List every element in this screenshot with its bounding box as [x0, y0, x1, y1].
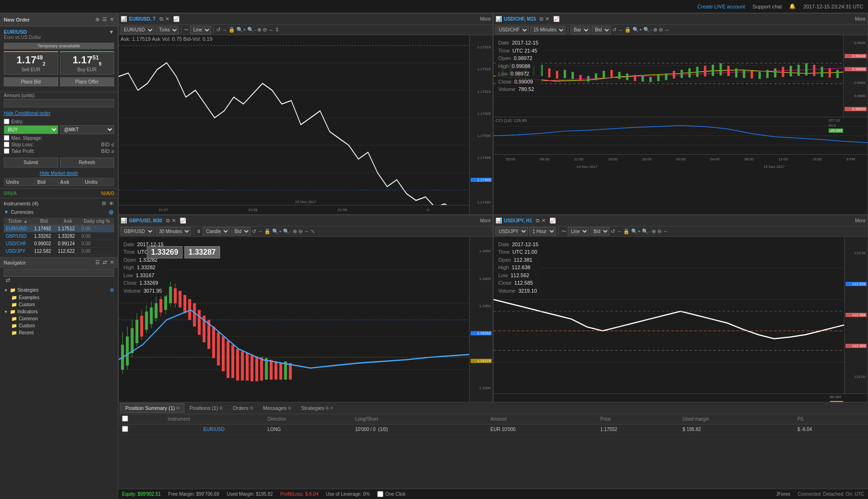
eur-refresh-icon[interactable]: ↺ [216, 27, 221, 33]
new-order-icon-list[interactable]: ☰ [102, 16, 107, 23]
gbp-chart-more-button[interactable]: More [480, 218, 491, 223]
place-offer-button[interactable]: Place Offer [60, 77, 114, 86]
usd-chf-close-icon[interactable]: ✕ [545, 16, 549, 22]
usd-jpy-more-button[interactable]: More [855, 218, 866, 223]
entry-checkbox[interactable] [4, 119, 9, 124]
usd-chf-zoom3[interactable]: ⊕ [653, 27, 657, 33]
eur-chart-more-button[interactable]: More [480, 16, 491, 22]
tab-positions[interactable]: Positions (1) ⧉ [184, 403, 228, 413]
strategies-close-icon[interactable]: ✕ [330, 406, 334, 410]
recent-indicator-item[interactable]: 📁 Recent [8, 329, 118, 336]
orders-ext-icon[interactable]: ⧉ [250, 406, 253, 411]
amount-input[interactable] [4, 99, 114, 107]
gbp-chart-detach-icon[interactable]: ⧉ [166, 218, 170, 224]
gbp-zoom3[interactable]: ⊕ [293, 228, 297, 234]
eur-chart-close-icon[interactable]: ✕ [165, 16, 169, 22]
usd-jpy-close-icon[interactable]: ✕ [541, 218, 546, 224]
gbp-symbol-select[interactable]: GBP/USD [121, 227, 154, 235]
instruments-filter-icon[interactable]: ⊞ [102, 200, 106, 206]
usd-chf-timeframe-select[interactable]: 15 Minutes [530, 26, 565, 34]
gbp-lock-icon[interactable]: 🔒 [264, 228, 271, 234]
notification-icon[interactable]: 🔔 [789, 3, 796, 9]
eur-zoom-icon2[interactable]: ⊕ [257, 27, 261, 33]
eur-zoom-out-icon[interactable]: 🔍- [247, 27, 256, 33]
tab-strategies[interactable]: Strategies ⧉ ✕ [296, 403, 339, 413]
usd-jpy-zoom-in[interactable]: 🔍+ [631, 228, 640, 234]
gbp-zoom4[interactable]: ⊖ [298, 228, 303, 234]
eurusd-dropdown-icon[interactable]: ▼ [109, 29, 114, 35]
eur-symbol-select[interactable]: EUR/USD [121, 26, 154, 34]
gbp-refresh-icon[interactable]: ↺ [252, 228, 256, 234]
usd-chf-charttype-select[interactable]: Bar [571, 26, 590, 34]
eur-chart-detach-icon[interactable]: ⧉ [160, 16, 163, 22]
list-item[interactable]: USD/CHF 0.99002 0.99124 0.00 [4, 240, 114, 248]
list-item[interactable]: EUR/USD 1.17492 1.17512 0.00 [4, 225, 114, 233]
refresh-button[interactable]: Refresh [60, 158, 114, 167]
usd-jpy-lock-icon[interactable]: 🔒 [623, 228, 630, 234]
usd-chf-more-button[interactable]: More [855, 16, 866, 22]
create-account-btn[interactable]: Create LIVE account [697, 4, 745, 9]
gbp-zoom-in[interactable]: 🔍+ [272, 228, 282, 234]
messages-ext-icon[interactable]: ⧉ [288, 406, 291, 411]
navigator-arrows-icon[interactable]: ⇄ [103, 259, 107, 265]
buy-price-box[interactable]: 1.17519 Buy EUR [60, 51, 114, 75]
instruments-eye-icon[interactable]: 👁 [109, 201, 114, 206]
one-click-checkbox[interactable] [377, 491, 383, 497]
usd-jpy-timeframe-select[interactable]: 1 Hour [529, 227, 556, 235]
common-indicator-item[interactable]: 📁 Common [8, 315, 118, 322]
usd-chf-symbol-select[interactable]: USD/CHF [495, 26, 529, 34]
tab-orders[interactable]: Orders ⧉ [228, 403, 258, 413]
hide-conditional-link[interactable]: Hide Conditional order [4, 111, 51, 116]
pos-row-checkbox[interactable] [118, 424, 164, 435]
add-currency-icon[interactable]: ⊕ [108, 208, 114, 216]
new-order-icon-close[interactable]: ✕ [110, 16, 114, 23]
usd-jpy-scroll-icon[interactable]: → [617, 228, 622, 234]
eur-chart-indicator-btn[interactable]: 📈 [173, 16, 180, 22]
usd-chf-zoom-out[interactable]: 🔍- [643, 27, 652, 33]
gbp-chart-indicator-btn[interactable]: 📈 [180, 218, 186, 224]
gbp-scroll-icon[interactable]: → [258, 228, 263, 234]
navigator-menu-icon[interactable]: ☰ [95, 259, 100, 265]
positions-ext-icon[interactable]: ⧉ [220, 406, 222, 411]
gbp-price-select[interactable]: Bid [231, 227, 251, 235]
gbp-fit[interactable]: ↔ [304, 228, 309, 234]
gbp-chart-close-icon[interactable]: ✕ [172, 218, 176, 224]
custom-strategy-item[interactable]: 📁 Custom [8, 301, 118, 308]
eur-fitscreen-icon[interactable]: ↔ [268, 27, 274, 33]
strategies-ext-icon[interactable]: ⧉ [326, 406, 328, 411]
eur-zoom-icon3[interactable]: ⊖ [263, 27, 267, 33]
gbp-zoom-out[interactable]: 🔍- [283, 228, 291, 234]
gbp-pause-icon[interactable]: ⏸ [196, 228, 201, 234]
eur-timeframe-select[interactable]: Ticks [156, 26, 179, 34]
usd-jpy-fit[interactable]: ↔ [663, 228, 668, 234]
usd-chf-refresh-icon[interactable]: ↺ [612, 27, 617, 33]
stop-loss-checkbox[interactable] [4, 142, 9, 147]
strategies-group[interactable]: ▼ 📁 Strategies ⊕ [0, 286, 118, 294]
usd-jpy-zoom4[interactable]: ⊖ [657, 228, 662, 234]
eur-scroll-icon[interactable]: → [222, 27, 227, 33]
usd-jpy-zoom-out[interactable]: 🔍- [642, 228, 650, 234]
list-item[interactable]: USD/JPY 112.582 112.622 0.00 [4, 248, 114, 255]
usd-chf-detach-icon[interactable]: ⧉ [540, 16, 543, 22]
usd-jpy-zoom3[interactable]: ⊕ [652, 228, 656, 234]
usd-jpy-detach-icon[interactable]: ⧉ [536, 218, 540, 224]
place-bid-button[interactable]: Place Bid [4, 77, 58, 86]
indicators-group[interactable]: ▼ 📁 Indicators [0, 308, 118, 315]
max-slippage-checkbox[interactable] [4, 135, 9, 141]
usd-chf-price-select[interactable]: Bid [592, 26, 611, 34]
navigator-close-icon[interactable]: ✕ [110, 259, 114, 265]
hide-market-depth-link[interactable]: Hide Market depth [40, 171, 78, 176]
usd-jpy-charttype-icon[interactable]: 〜 [561, 228, 566, 235]
gbp-timeframe-select[interactable]: 30 Minutes [156, 227, 191, 235]
gbp-charttype-select[interactable]: Candle [203, 227, 230, 235]
usd-chf-indicator-btn[interactable]: 📈 [553, 16, 560, 22]
eur-charttype-select[interactable]: Line [190, 26, 211, 34]
usd-jpy-charttype-select[interactable]: Line [568, 227, 589, 235]
usd-jpy-symbol-select[interactable]: USD/JPY [495, 227, 528, 235]
tab-messages[interactable]: Messages ⧉ [258, 403, 296, 413]
take-profit-checkbox[interactable] [4, 148, 9, 154]
usd-jpy-indicator-btn[interactable]: 📈 [549, 218, 556, 224]
pos-select-all[interactable] [122, 416, 128, 422]
usd-jpy-price-select[interactable]: Bid [590, 227, 609, 235]
eur-scroll2-icon[interactable]: ⇕ [275, 27, 279, 33]
